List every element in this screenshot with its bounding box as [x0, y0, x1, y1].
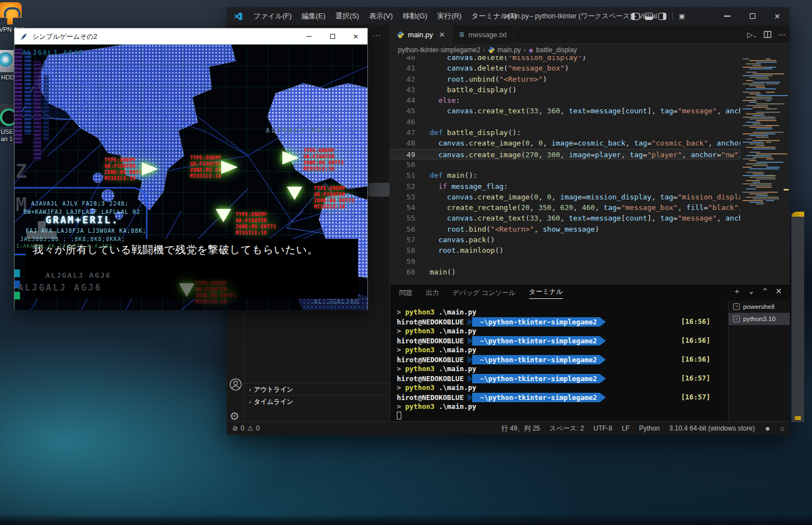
panel-tab-デバッグ コンソール[interactable]: デバッグ コンソール [452, 288, 516, 298]
terminal-profile-powershell[interactable]: >powershell [729, 301, 790, 313]
prompt-char: > [397, 383, 405, 392]
minimap-line [756, 103, 784, 104]
sidebar-scroll-thumb[interactable] [368, 183, 390, 197]
warnings-icon: ⚠ [247, 424, 253, 432]
panel-tab-ターミナル[interactable]: ターミナル [529, 287, 563, 299]
account-icon[interactable] [229, 378, 242, 391]
status-item-4[interactable]: Python [639, 424, 660, 432]
menu-item-4[interactable]: 移動(G) [398, 7, 432, 25]
token: pack [469, 236, 486, 244]
sidebar-section-タイムライン[interactable]: ›タイムライン [245, 395, 390, 407]
symbol-method-icon: ◈ [529, 47, 533, 54]
minimap-line [746, 155, 771, 156]
cwd-path: ~\python-tkinter-simplegame2 [472, 336, 606, 346]
breadcrumb-folder[interactable]: python-tkinter-simplegame2 [398, 46, 480, 54]
feedback-icon[interactable]: ☻ [764, 425, 771, 432]
minimap-line [749, 93, 761, 94]
minimap-line [743, 75, 768, 76]
sidebar-more-actions-icon[interactable]: ··· [372, 31, 388, 39]
line-number: 42 [390, 74, 415, 84]
tab-main-py[interactable]: main.py ✕ [390, 25, 452, 44]
user-host: hirot@NEDOKOBLUE [397, 374, 464, 383]
sidebar-section-アウトライン[interactable]: ›アウトライン [245, 383, 390, 395]
enemy-triangle-icon [282, 151, 299, 164]
profile-name: powershell [743, 303, 774, 311]
close-panel-icon[interactable]: ✕ [775, 287, 782, 297]
panel-tab-出力[interactable]: 出力 [426, 288, 439, 298]
glitch-text-5: FAJ APA LAJ8FJA LJ3WOAK KA;88K; [26, 228, 147, 234]
profile-name: python3.10 [743, 315, 775, 323]
minimap-line [756, 95, 788, 96]
problems-status[interactable]: ⊘ 0 ⚠ 0 [232, 424, 260, 432]
code-line: 51def main(): [390, 170, 740, 181]
terminal-dropdown-icon[interactable]: ⌄ [748, 287, 755, 297]
terminal-row: hirot@NEDOKOBLUE~\python-tkinter-simpleg… [397, 336, 730, 346]
game-canvas[interactable]: ZM 我々が所有している戦闘機で残党を撃破してもらいたい。 ALJGALJ AG… [14, 44, 367, 310]
token: , [543, 139, 552, 147]
maximize-button[interactable] [740, 7, 765, 25]
token: canvas [430, 64, 473, 72]
breadcrumb-symbol[interactable]: battle_display [536, 46, 577, 54]
game-close-button[interactable]: ✕ [344, 28, 367, 44]
minimap-line [756, 137, 769, 138]
token: "mission_display" [678, 193, 740, 201]
game-maximize-button[interactable] [321, 28, 344, 44]
more-actions-icon[interactable]: ⋯ [778, 31, 785, 39]
toggle-sidebar-icon[interactable] [631, 13, 640, 20]
status-item-1[interactable]: スペース: 2 [550, 424, 584, 433]
toggle-panel-icon[interactable] [645, 13, 653, 20]
token: 0 [534, 193, 539, 201]
toggle-secondary-sidebar-icon[interactable] [658, 13, 666, 20]
tkinter-game-window: シンプルゲームその2 ✕ [14, 28, 368, 310]
minimap[interactable] [740, 58, 783, 258]
run-python-icon[interactable]: ▷⌄ [747, 31, 757, 39]
minimap-line [746, 97, 772, 98]
status-item-3[interactable]: LF [622, 424, 630, 432]
minimap-line [756, 178, 776, 179]
token: ], [647, 214, 660, 222]
minimap-line [746, 80, 753, 81]
token: tag [604, 203, 616, 212]
panel-tab-問題[interactable]: 問題 [399, 288, 412, 298]
close-button[interactable]: ✕ [765, 7, 790, 25]
maximize-panel-icon[interactable]: ⌃ [762, 287, 769, 297]
status-item-0[interactable]: 行 49、列 25 [501, 424, 540, 433]
token: tag [660, 193, 673, 201]
minimize-button[interactable] [715, 7, 740, 25]
terminal-profile-python3.10[interactable]: >python3.10 [729, 313, 790, 325]
menu-item-2[interactable]: 選択(S) [330, 7, 364, 25]
menu-item-5[interactable]: 実行(R) [432, 7, 466, 25]
minimap-line [766, 158, 774, 159]
token: 33 [530, 107, 539, 115]
command: python3 [405, 327, 435, 335]
cwd-path: ~\python-tkinter-simplegame2 [472, 317, 606, 327]
line-number: 55 [390, 213, 415, 223]
status-item-2[interactable]: UTF-8 [594, 424, 612, 432]
prompt-char: > [397, 346, 405, 354]
status-item-5[interactable]: 3.10.4 64-bit (windows store) [669, 424, 755, 432]
menu-item-3[interactable]: 表示(V) [364, 7, 398, 25]
notifications-bell-icon[interactable]: ⌂ [780, 424, 784, 432]
marker-line: GR:FIGHTER [303, 154, 344, 160]
tab-close-icon[interactable]: ✕ [439, 31, 445, 39]
minimap-line [766, 67, 776, 68]
status-right: 行 49、列 25スペース: 2UTF-8LFPython3.10.4 64-b… [501, 424, 784, 433]
terminal-output[interactable]: > python3 .\main.pyhirot@NEDOKOBLUE~\pyt… [397, 308, 730, 421]
split-editor-icon[interactable] [764, 31, 771, 38]
code-text: canvas.create_image(0, 0, image=mission_… [430, 192, 740, 202]
enemy-marker-5: TYPE:ENEMYGR:FIGHTERZONE:RG EHT71MISSILE… [196, 281, 236, 305]
game-minimize-button[interactable] [297, 28, 321, 44]
minimap-line [753, 115, 765, 116]
menu-item-1[interactable]: 編集(E) [297, 7, 331, 25]
panel-tabs: 問題出力デバッグ コンソールターミナル [399, 284, 563, 301]
customize-layout-icon[interactable]: ▣ [679, 13, 684, 20]
tab-message-txt[interactable]: ≣ message.txt [452, 25, 514, 44]
new-terminal-icon[interactable]: ＋ [733, 287, 741, 297]
menu-item-0[interactable]: ファイル(F) [248, 7, 297, 25]
breadcrumb-file[interactable]: main.py [497, 46, 521, 54]
code-editor[interactable]: 40 canvas.delete("mission_display")41 ca… [390, 56, 790, 284]
minimap-line [766, 108, 777, 109]
token: 360 [547, 107, 560, 115]
minimap-line [743, 200, 763, 201]
chevron-right-icon: › [483, 46, 485, 54]
